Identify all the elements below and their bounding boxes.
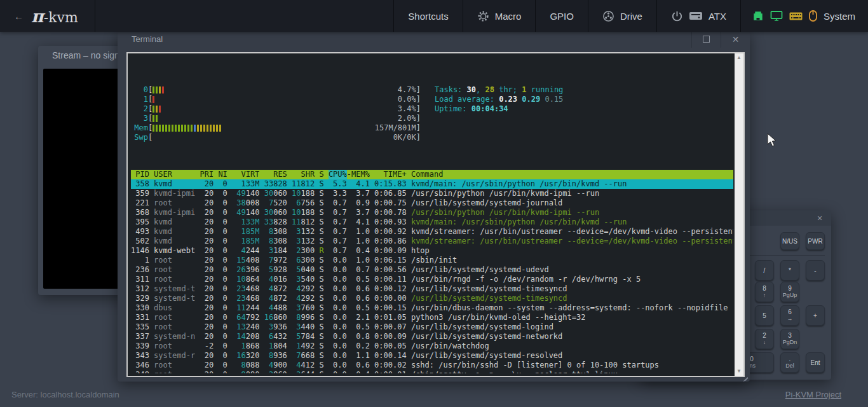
topbar-spacer	[95, 0, 393, 32]
app-logo: π-kvm	[31, 6, 78, 26]
meter-2: 2[3.4%]	[131, 104, 421, 114]
close-button[interactable]: ✕	[721, 31, 750, 48]
keypad-key-2[interactable]: 2↓	[755, 329, 774, 349]
system-label: System	[824, 11, 855, 22]
process-row-331: 331root20064792168608996S0.02.10:01.05py…	[131, 313, 733, 322]
pikvm-app: ← π-kvm ShortcutsMacroGPIODriveATX Syste…	[0, 0, 868, 407]
process-row-311: 311root2001086440163540S0.00.50:00.11/us…	[131, 275, 733, 284]
terminal-window: Terminal ✕ 0[4.7%]1[0.0%]2[3.4%]3[2.0%]M…	[118, 31, 750, 382]
process-row-1: 1root2001540879726300S0.01.00:06.15/sbin…	[131, 256, 733, 265]
menu-item-label: GPIO	[550, 11, 574, 22]
terminal-titlebar[interactable]: Terminal ✕	[118, 31, 750, 48]
meter-mem: Mem[157M/801M]	[131, 123, 421, 133]
keypad-key-pwr[interactable]: PWR	[806, 232, 825, 250]
mouse-icon	[809, 10, 817, 22]
meter-3: 3[2.0%]	[131, 114, 421, 123]
lan-icon	[752, 10, 764, 22]
keypad-key-8[interactable]: 8↑	[755, 282, 774, 302]
atx-icon	[689, 11, 703, 21]
keypad-key-6[interactable]: 6→	[780, 305, 799, 326]
process-row-337: 337systemd-n2001420864325784S0.00.80:00.…	[131, 332, 733, 341]
process-row-236: 236root2002639659285040S0.00.70:00.56/us…	[131, 265, 733, 275]
menu-item-label: Shortcuts	[408, 11, 448, 22]
menu-item-label: Drive	[620, 11, 642, 22]
process-row-343: 343systemd-r2001632089367668S0.01.10:00.…	[131, 351, 733, 361]
process-row-502: 502kvmd200185M83083132S0.71.00:00.86kvmd…	[131, 237, 733, 246]
back-arrow-icon[interactable]: ←	[14, 11, 24, 22]
keypad-key-3[interactable]: 3PgDn	[780, 329, 799, 349]
server-label: Server: localhost.localdomain	[11, 390, 119, 399]
menu-item-macro[interactable]: Macro	[463, 0, 536, 32]
mouse-cursor	[766, 133, 778, 148]
maximize-button[interactable]	[691, 31, 721, 48]
process-row-1146: 1146kvmd-webt200424431842300R0.70.40:00.…	[131, 246, 733, 256]
keypad-key-[interactable]: +	[806, 305, 825, 326]
keyboard-icon	[789, 11, 803, 21]
keypad-key-9[interactable]: 9PgUp	[780, 282, 799, 302]
process-row-348: 348root200908029602644S0.00.40:00.01/sbi…	[131, 370, 733, 373]
keypad-key-ent[interactable]: Ent	[806, 352, 825, 373]
meter-0: 0[4.7%]	[131, 85, 421, 95]
main-menu: ShortcutsMacroGPIODriveATX	[393, 0, 740, 32]
close-icon: ✕	[732, 35, 740, 44]
meter-swp: Swp[0K/0K]	[131, 133, 421, 142]
keypad-key-nus[interactable]: N/US	[780, 232, 799, 250]
power-icon	[671, 10, 683, 22]
project-link[interactable]: Pi-KVM Project	[785, 390, 841, 399]
menu-item-drive[interactable]: Drive	[588, 0, 656, 32]
process-row-368: 368kvmd-ipmi200491403006010188S0.73.70:0…	[131, 208, 733, 217]
process-row-330: 330dbus2001124444883760S0.00.50:00.15/us…	[131, 303, 733, 313]
htop-output: 0[4.7%]1[0.0%]2[3.4%]3[2.0%]Mem[157M/801…	[131, 66, 733, 373]
keypad-close-icon[interactable]: ×	[815, 213, 825, 223]
menu-item-atx[interactable]: ATX	[656, 0, 740, 32]
process-row-358: 358kvmd200133M3382811812S5.34.10:15.83kv…	[131, 179, 733, 189]
gear-icon	[477, 10, 489, 22]
keypad-key-[interactable]: -	[806, 260, 825, 280]
process-row-359: 359kvmd-ipmi200491403006010188S3.33.70:0…	[131, 189, 733, 198]
keypad-key-5[interactable]: 5	[755, 305, 774, 326]
maximize-icon	[703, 36, 710, 43]
logo-area: ← π-kvm	[0, 0, 95, 32]
scroll-up-icon[interactable]: ▲	[735, 53, 743, 62]
resize-grip[interactable]	[742, 373, 749, 381]
keypad-key-[interactable]: .Del	[780, 352, 799, 373]
menu-item-gpio[interactable]: GPIO	[535, 0, 588, 32]
top-bar: ← π-kvm ShortcutsMacroGPIODriveATX Syste…	[0, 0, 868, 32]
process-row-335: 335root2001324039363440S0.00.50:00.07/us…	[131, 322, 733, 332]
process-row-346: 346root200808849004412S0.00.60:00.02sshd…	[131, 361, 733, 370]
process-row-221: 221root2003800875206756S0.70.90:00.75/us…	[131, 198, 733, 208]
process-row-312: 312systemd-t2002346848724292S0.00.60:00.…	[131, 284, 733, 294]
status-bar: Server: localhost.localdomain Pi-KVM Pro…	[0, 382, 868, 407]
display-icon	[770, 10, 783, 22]
process-row-493: 493kvmd200185M83083132S0.71.00:00.92kvmd…	[131, 227, 733, 237]
meter-1: 1[0.0%]	[131, 95, 421, 104]
htop-stats: Tasks: 30, 28 thr; 1 runningLoad average…	[435, 85, 563, 114]
drive-icon	[602, 10, 614, 22]
process-row-395: 395kvmd200133M3382811812S0.74.10:00.93kv…	[131, 217, 733, 227]
process-row-339: 339root-20186818041492S0.00.20:00.05/usr…	[131, 341, 733, 351]
keypad-key-[interactable]: *	[780, 260, 799, 280]
terminal-scrollbar[interactable]: ▲ ▼	[735, 53, 743, 376]
menu-item-shortcuts[interactable]: Shortcuts	[393, 0, 462, 32]
keypad-key-[interactable]: /	[755, 260, 774, 280]
terminal-title: Terminal	[118, 34, 163, 44]
menu-item-label: Macro	[495, 11, 522, 22]
system-menu-item[interactable]: System	[740, 0, 868, 32]
terminal-screen[interactable]: 0[4.7%]1[0.0%]2[3.4%]3[2.0%]Mem[157M/801…	[126, 52, 745, 377]
htop-header-row: PIDUSERPRINIVIRTRESSHRSCPU%-MEM%TIME+Com…	[131, 170, 733, 179]
menu-item-label: ATX	[709, 11, 726, 22]
process-row-329: 329systemd-t2002346848724292S0.00.60:00.…	[131, 294, 733, 303]
